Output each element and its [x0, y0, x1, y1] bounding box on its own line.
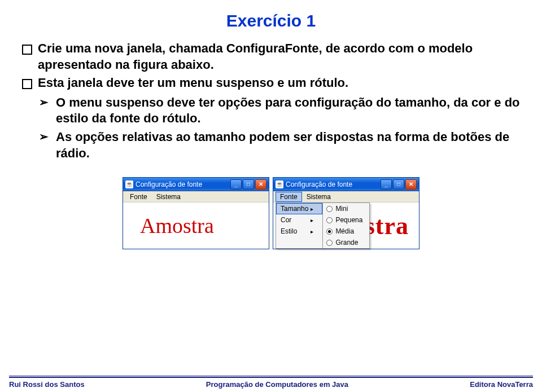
mock-window-2: ☕ Configuração de fonte _ □ ✕ Fonte Sist… — [273, 177, 419, 249]
maximize-button[interactable]: □ — [243, 179, 254, 190]
radio-icon — [326, 240, 333, 246]
bullet-list: Crie uma nova janela, chamada ConfiguraF… — [20, 41, 522, 91]
radio-label: Média — [335, 227, 354, 235]
minimize-button[interactable]: _ — [230, 179, 242, 190]
radio-label: Pequena — [335, 216, 362, 224]
bullet-1: Crie uma nova janela, chamada ConfiguraF… — [20, 41, 522, 73]
bullet-2: Esta janela deve ter um menu suspenso e … — [20, 75, 522, 91]
radio-pequena[interactable]: Pequena — [323, 214, 369, 226]
java-icon: ☕ — [276, 180, 283, 188]
window-title: Configuração de fonte — [136, 180, 228, 188]
chevron-right-icon: ▸ — [311, 217, 313, 223]
maximize-button[interactable]: □ — [393, 179, 404, 190]
window-content: Amostra — [123, 202, 269, 249]
page-footer: Rui Rossi dos Santos Programação de Comp… — [0, 376, 542, 389]
radio-size-menu: Mini Pequena Média Grande — [322, 202, 370, 249]
sub-list: O menu suspenso deve ter opções para con… — [20, 95, 522, 161]
label-amostra: Amostra — [140, 213, 214, 238]
sub-bullet-1: O menu suspenso deve ter opções para con… — [20, 95, 522, 127]
radio-icon-selected — [326, 228, 333, 235]
close-button[interactable]: ✕ — [255, 179, 266, 190]
radio-mini[interactable]: Mini — [323, 203, 369, 214]
menubar: Fonte Sistema — [273, 191, 419, 202]
submenu-label: Cor — [281, 216, 291, 224]
radio-icon — [326, 217, 333, 223]
radio-icon — [326, 206, 333, 212]
chevron-right-icon: ▸ — [311, 228, 313, 235]
dropdown-assembly: Tamanho ▸ Cor ▸ Estilo ▸ Mini — [276, 202, 370, 249]
submenu-estilo[interactable]: Estilo ▸ — [276, 226, 322, 237]
window-title: Configuração de fonte — [286, 180, 378, 188]
submenu-tamanho[interactable]: Tamanho ▸ — [276, 203, 322, 214]
footer-left: Rui Rossi dos Santos — [9, 380, 85, 389]
chevron-right-icon: ▸ — [311, 206, 313, 212]
titlebar: ☕ Configuração de fonte _ □ ✕ — [123, 178, 269, 191]
close-button[interactable]: ✕ — [405, 179, 417, 190]
submenu-label: Estilo — [281, 227, 297, 235]
sub-bullet-2: As opções relativas ao tamanho podem ser… — [20, 129, 522, 161]
minimize-button[interactable]: _ — [381, 179, 392, 190]
radio-label: Grande — [335, 239, 358, 246]
menu-sistema[interactable]: Sistema — [152, 192, 185, 202]
radio-grande[interactable]: Grande — [323, 237, 369, 248]
mock-window-1: ☕ Configuração de fonte _ □ ✕ Fonte Sist… — [123, 177, 269, 249]
footer-right: Editora NovaTerra — [470, 380, 533, 389]
submenu-fonte: Tamanho ▸ Cor ▸ Estilo ▸ — [276, 202, 323, 249]
submenu-label: Tamanho — [281, 205, 308, 213]
java-icon: ☕ — [125, 180, 133, 188]
menu-fonte[interactable]: Fonte — [125, 192, 152, 202]
menubar: Fonte Sistema — [123, 191, 269, 202]
radio-label: Mini — [335, 205, 348, 213]
menu-fonte[interactable]: Fonte — [276, 192, 302, 202]
label-amostra-partial: stra — [365, 212, 409, 240]
titlebar: ☕ Configuração de fonte _ □ ✕ — [273, 178, 419, 191]
submenu-cor[interactable]: Cor ▸ — [276, 214, 322, 226]
footer-center: Programação de Computadores em Java — [206, 380, 348, 389]
page-title: Exercício 1 — [20, 11, 522, 30]
menu-sistema[interactable]: Sistema — [302, 192, 335, 202]
radio-media[interactable]: Média — [323, 226, 369, 237]
